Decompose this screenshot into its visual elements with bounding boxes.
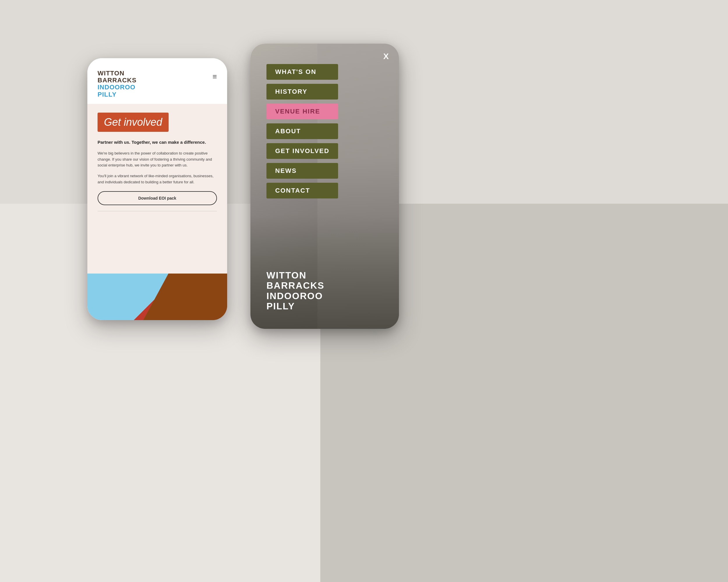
nav-item-contact[interactable]: CONTACT [266, 183, 338, 198]
logo-line3: INDOOROO [98, 84, 136, 91]
body-text-2: You'll join a vibrant network of like-mi… [98, 173, 217, 185]
right-logo-line4: PILLY [266, 301, 324, 311]
logo-line2: BARRACKS [98, 77, 136, 84]
body-text-1: We're big believers in the power of coll… [98, 150, 217, 168]
left-header: WITTON BARRACKS INDOOROO PILLY ≡ [87, 58, 227, 104]
nav-item-about[interactable]: ABOUT [266, 123, 338, 139]
right-logo-line2: BARRACKS [266, 280, 324, 291]
left-bottom-image [87, 274, 227, 320]
download-eoi-button[interactable]: Download EOI pack [98, 191, 217, 205]
left-body: Get involved Partner with us. Together, … [87, 104, 227, 274]
nav-items: WHAT'S ON HISTORY VENUE HIRE ABOUT GET I… [266, 64, 338, 198]
phone-left-content: WITTON BARRACKS INDOOROO PILLY ≡ Get inv… [87, 58, 227, 320]
divider [98, 211, 217, 211]
scene: WITTON BARRACKS INDOOROO PILLY ≡ Get inv… [0, 0, 728, 582]
right-logo: WITTON BARRACKS INDOOROO PILLY [266, 270, 324, 311]
nav-item-get-involved[interactable]: GET INVOLVED [266, 143, 338, 159]
nav-item-whats-on[interactable]: WHAT'S ON [266, 64, 338, 80]
nav-item-news[interactable]: NEWS [266, 163, 338, 179]
right-logo-line1: WITTON [266, 270, 324, 280]
logo-line4: PILLY [98, 91, 136, 98]
hamburger-icon[interactable]: ≡ [213, 72, 217, 81]
phone-right-content: X WHAT'S ON HISTORY VENUE HIRE ABOUT [251, 44, 399, 329]
get-involved-badge: Get involved [98, 113, 168, 132]
partner-heading: Partner with us. Together, we can make a… [98, 139, 217, 145]
right-logo-line3: INDOOROO [266, 291, 324, 301]
phone-left: WITTON BARRACKS INDOOROO PILLY ≡ Get inv… [87, 58, 227, 320]
nav-item-history[interactable]: HISTORY [266, 84, 338, 100]
nav-item-venue-hire[interactable]: VENUE HIRE [266, 104, 338, 119]
close-button[interactable]: X [383, 52, 389, 61]
logo-line1: WITTON [98, 70, 136, 77]
phones-wrapper: WITTON BARRACKS INDOOROO PILLY ≡ Get inv… [87, 44, 399, 329]
left-logo: WITTON BARRACKS INDOOROO PILLY [98, 70, 136, 98]
phone-right: X WHAT'S ON HISTORY VENUE HIRE ABOUT [251, 44, 399, 329]
